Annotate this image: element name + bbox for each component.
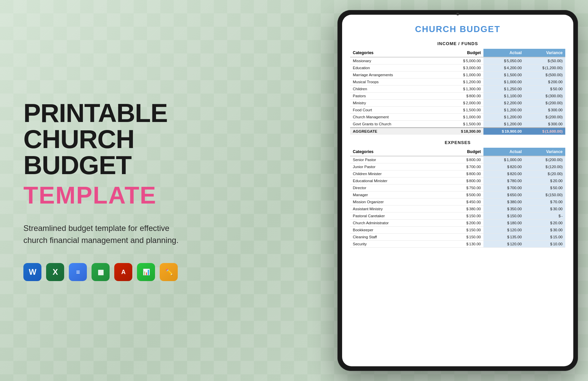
expense-variance: $(150.00)	[525, 192, 565, 199]
expenses-col-actual: Actual	[483, 148, 524, 156]
income-variance: $(200.00)	[525, 100, 565, 107]
expense-category: Senior Pastor	[350, 156, 440, 163]
expense-category: Junior Pastor	[350, 163, 440, 170]
income-budget: $1,500.00	[440, 121, 483, 128]
expense-actual: $135.00	[483, 234, 524, 241]
expense-category: Bookkeeper	[350, 227, 440, 234]
table-row: Church Management $1,000.00 $1,200.00 $(…	[350, 114, 565, 121]
expense-actual: $780.00	[483, 177, 524, 184]
income-budget: $1,500.00	[440, 107, 483, 114]
pdf-icon: A	[114, 263, 132, 281]
expense-category: Educational Minister	[350, 177, 440, 184]
expense-budget: $800.00	[440, 170, 483, 177]
income-table: Categories Budget Actual Variance Missio…	[350, 49, 565, 135]
main-title: PRINTABLE CHURCH BUDGET	[23, 100, 194, 178]
income-actual: $1,100.00	[483, 93, 524, 100]
table-row: Missionary $5,000.00 $5,050.00 $(50.00)	[350, 57, 565, 65]
income-category: Ministry	[350, 100, 440, 107]
table-row: Food Court $1,500.00 $1,200.00 $300.00	[350, 107, 565, 114]
income-budget: $1,000.00	[440, 72, 483, 79]
aggregate-variance: $(1,600.00)	[525, 128, 565, 135]
expense-category: Cleaning Staff	[350, 234, 440, 241]
word-icon: W	[23, 263, 41, 281]
income-category: Food Court	[350, 107, 440, 114]
income-budget: $2,000.00	[440, 100, 483, 107]
income-actual: $1,200.00	[483, 114, 524, 121]
expense-variance: $20.00	[525, 177, 565, 184]
income-col-categories: Categories	[350, 49, 440, 57]
app-icons: W X ≡ ▦ A 📊 ✏️	[23, 263, 194, 281]
expense-category: Pastoral Caretaker	[350, 213, 440, 220]
expense-variance: $70.00	[525, 199, 565, 206]
table-row: Manager $500.00 $650.00 $(150.00)	[350, 192, 565, 199]
income-category: Govt Grants to Church	[350, 121, 440, 128]
income-actual: $4,200.00	[483, 65, 524, 72]
expense-budget: $150.00	[440, 227, 483, 234]
income-budget: $800.00	[440, 93, 483, 100]
income-actual: $1,500.00	[483, 72, 524, 79]
expense-variance: $50.00	[525, 184, 565, 192]
table-row: Cleaning Staff $150.00 $135.00 $15.00	[350, 234, 565, 241]
expense-actual: $650.00	[483, 192, 524, 199]
table-row: Security $130.00 $120.00 $10.00	[350, 241, 565, 248]
table-row: Director $750.00 $700.00 $50.00	[350, 184, 565, 192]
income-heading: INCOME / FUNDS	[350, 41, 565, 46]
income-category: Musical Troops	[350, 79, 440, 86]
income-col-budget: Budget	[440, 49, 483, 57]
table-row: Ministry $2,000.00 $2,200.00 $(200.00)	[350, 100, 565, 107]
table-row: Church Administrator $200.00 $180.00 $20…	[350, 220, 565, 227]
expense-category: Mission Organizer	[350, 199, 440, 206]
income-variance: $200.00	[525, 79, 565, 86]
expense-variance: $-	[525, 213, 565, 220]
income-category: Pastors	[350, 93, 440, 100]
income-col-actual: Actual	[483, 49, 524, 57]
table-row: Pastoral Caretaker $150.00 $150.00 $-	[350, 213, 565, 220]
income-variance: $(300.00)	[525, 93, 565, 100]
expense-budget: $800.00	[440, 156, 483, 163]
expense-actual: $820.00	[483, 170, 524, 177]
expense-actual: $700.00	[483, 184, 524, 192]
expense-category: Church Administrator	[350, 220, 440, 227]
income-budget: $3,000.00	[440, 65, 483, 72]
numbers-icon: 📊	[137, 263, 155, 281]
income-actual: $1,000.00	[483, 79, 524, 86]
income-actual: $1,200.00	[483, 107, 524, 114]
expense-budget: $750.00	[440, 184, 483, 192]
expenses-header-row: Categories Budget Actual Variance	[350, 148, 565, 156]
expense-budget: $200.00	[440, 220, 483, 227]
income-category: Children	[350, 86, 440, 93]
expense-variance: $(20.00)	[525, 170, 565, 177]
table-row: Educational Minister $800.00 $780.00 $20…	[350, 177, 565, 184]
expense-actual: $820.00	[483, 163, 524, 170]
table-row: Govt Grants to Church $1,500.00 $1,200.0…	[350, 121, 565, 128]
income-actual: $1,200.00	[483, 121, 524, 128]
table-row: Bookkeeper $150.00 $120.00 $30.00	[350, 227, 565, 234]
tablet-camera	[456, 13, 459, 15]
subtitle: Streamlined budget template for effectiv…	[23, 222, 184, 246]
docs-icon: ≡	[69, 263, 87, 281]
income-variance: $(200.00)	[525, 114, 565, 121]
aggregate-row: AGGREGATE $18,300.00 $19,900.00 $(1,600.…	[350, 128, 565, 135]
tablet: CHURCH BUDGET INCOME / FUNDS Categories …	[337, 10, 578, 371]
expense-budget: $700.00	[440, 163, 483, 170]
table-row: Marriage Arrangements $1,000.00 $1,500.0…	[350, 72, 565, 79]
expense-variance: $30.00	[525, 206, 565, 213]
expense-category: Director	[350, 184, 440, 192]
table-row: Education $3,000.00 $4,200.00 $(1,200.00…	[350, 65, 565, 72]
income-budget: $1,000.00	[440, 114, 483, 121]
sheets-icon: ▦	[92, 263, 110, 281]
expense-variance: $10.00	[525, 241, 565, 248]
spreadsheet-content: CHURCH BUDGET INCOME / FUNDS Categories …	[342, 15, 573, 366]
expenses-col-categories: Categories	[350, 148, 440, 156]
expense-variance: $(120.00)	[525, 163, 565, 170]
income-header-row: Categories Budget Actual Variance	[350, 49, 565, 57]
income-variance: $(500.00)	[525, 72, 565, 79]
income-variance: $(50.00)	[525, 57, 565, 65]
aggregate-label: AGGREGATE	[350, 128, 440, 135]
table-row: Assistant Ministry $380.00 $350.00 $30.0…	[350, 206, 565, 213]
expense-category: Security	[350, 241, 440, 248]
expense-budget: $500.00	[440, 192, 483, 199]
income-actual: $2,200.00	[483, 100, 524, 107]
expense-budget: $800.00	[440, 177, 483, 184]
aggregate-budget: $18,300.00	[440, 128, 483, 135]
